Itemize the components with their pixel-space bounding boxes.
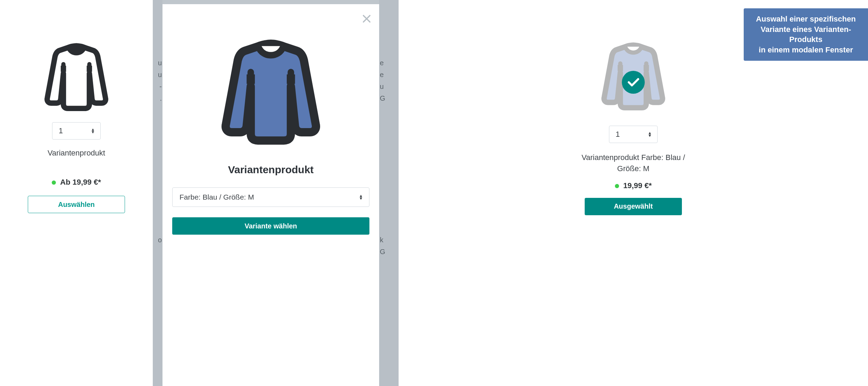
quantity-select[interactable]: 1 ▴▾ [52,122,101,140]
stepper-icon: ▴▾ [649,132,651,137]
backdrop-right-slice: e e u G k G [379,0,389,386]
product-card: 1 ▴▾ Variantenprodukt Ab 19,99 €* Auswäh… [0,0,153,386]
backdrop-left-slice [389,0,399,386]
quantity-value: 1 [59,126,63,135]
modal-panel: u u - . o e e u G k G Variantenprodukt F… [153,0,389,386]
variant-modal: Variantenprodukt Farbe: Blau / Größe: M … [162,4,379,386]
modal-title: Variantenprodukt [172,164,369,176]
shirt-icon [38,38,115,115]
variant-select-value: Farbe: Blau / Größe: M [180,193,254,201]
callout-banner: Auswahl einer spezifischen Variante eine… [744,8,868,61]
close-button[interactable] [362,14,372,25]
choose-variant-button[interactable]: Variante wählen [172,217,369,235]
backdrop-top-slice [162,0,379,4]
backdrop-left-slice: u u - . o [153,0,162,386]
selection-checkmark-icon [621,70,645,94]
stepper-icon: ▴▾ [92,128,94,134]
selected-product-panel: 1 ▴▾ Variantenprodukt Farbe: Blau / Größ… [389,0,868,386]
product-name: Variantenprodukt [0,149,153,158]
quantity-select[interactable]: 1 ▴▾ [609,126,658,143]
product-price: Ab 19,99 €* [0,178,153,187]
availability-dot-icon [52,181,56,185]
select-button[interactable]: Auswählen [28,196,125,213]
product-price: 19,99 €* [399,181,868,190]
stepper-icon: ▴▾ [360,194,362,200]
svg-point-0 [622,71,645,94]
shirt-icon [212,32,330,150]
close-icon [362,14,372,24]
variant-select[interactable]: Farbe: Blau / Größe: M ▴▾ [172,187,369,207]
selected-button[interactable]: Ausgewählt [585,198,682,215]
product-name: Variantenprodukt Farbe: Blau / Größe: M [399,152,868,174]
quantity-value: 1 [616,130,620,139]
availability-dot-icon [615,184,619,188]
